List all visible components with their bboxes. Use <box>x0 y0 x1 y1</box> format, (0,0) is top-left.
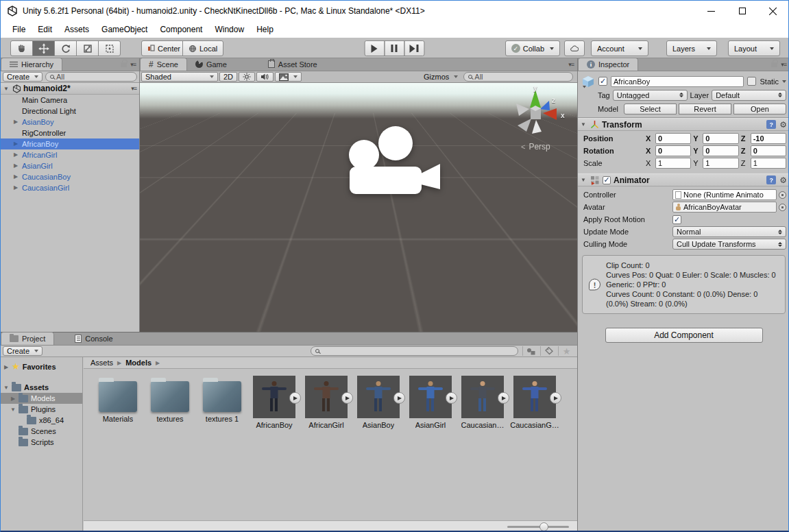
panel-menu-icon[interactable]: ▾≡ <box>568 61 574 68</box>
menu-help[interactable]: Help <box>250 21 280 38</box>
tree-favorites[interactable]: ▶★Favorites <box>1 361 82 372</box>
gameobject-name-field[interactable]: AfricanBoy <box>611 76 744 87</box>
minimize-button[interactable] <box>696 1 727 21</box>
space-local-button[interactable]: Local <box>182 40 223 56</box>
foldout-icon[interactable]: ▶ <box>3 364 9 370</box>
menu-gameobject[interactable]: GameObject <box>95 21 154 38</box>
culling-mode-dropdown[interactable]: Cull Update Transforms <box>672 239 786 250</box>
foldout-expanded-icon[interactable]: ▼ <box>10 407 16 413</box>
model-open-button[interactable]: Open <box>733 104 786 114</box>
rotation-y-field[interactable]: 0 <box>703 145 738 156</box>
foldout-icon[interactable]: ▶ <box>14 141 18 147</box>
hierarchy-item-africanboy[interactable]: ▶AfricanBoy <box>1 138 139 149</box>
asset-textures-1[interactable]: textures 1 <box>196 376 248 423</box>
add-component-button[interactable]: Add Component <box>605 328 763 343</box>
collab-dropdown[interactable]: ✓ Collab <box>505 40 560 56</box>
apply-root-motion-checkbox[interactable]: ✓ <box>672 215 681 224</box>
rect-tool-button[interactable] <box>98 40 121 56</box>
effects-toggle-button[interactable] <box>275 72 302 82</box>
expand-play-icon[interactable] <box>498 392 509 404</box>
expand-play-icon[interactable] <box>446 392 457 404</box>
hierarchy-item-rigcontroller[interactable]: RigController <box>1 128 139 138</box>
scale-y-field[interactable]: 1 <box>703 158 738 169</box>
console-tab[interactable]: Console <box>66 332 121 345</box>
foldout-expanded-icon[interactable]: ▼ <box>581 177 587 183</box>
lock-icon[interactable] <box>121 62 127 67</box>
expand-play-icon[interactable] <box>289 392 301 404</box>
search-by-label-button[interactable] <box>540 346 557 356</box>
gameobject-cube-icon[interactable] <box>581 75 595 88</box>
asset-caucasiangirl[interactable]: CaucasianG… <box>509 376 561 429</box>
layers-dropdown[interactable]: Layers <box>666 40 717 56</box>
expand-play-icon[interactable] <box>341 392 353 404</box>
pivot-center-button[interactable]: Center <box>141 40 186 56</box>
step-button[interactable] <box>404 40 424 56</box>
rotation-z-field[interactable]: 0 <box>751 145 786 156</box>
scale-x-field[interactable]: 1 <box>655 158 691 169</box>
expand-play-icon[interactable] <box>550 392 561 404</box>
scale-tool-button[interactable] <box>76 40 99 56</box>
controller-object-field[interactable]: None (Runtime Animato <box>672 189 777 200</box>
foldout-icon[interactable]: ▶ <box>10 396 16 402</box>
rotation-x-field[interactable]: 0 <box>655 145 691 156</box>
asset-africangirl[interactable]: AfricanGirl <box>300 376 352 429</box>
model-revert-button[interactable]: Revert <box>679 104 731 114</box>
maximize-button[interactable] <box>727 1 757 21</box>
hierarchy-item-caucasianboy[interactable]: ▶CaucasianBoy <box>1 171 139 182</box>
camera-gizmo[interactable] <box>344 124 447 196</box>
expand-play-icon[interactable] <box>393 392 405 404</box>
cloud-button[interactable] <box>564 40 585 56</box>
tree-scenes[interactable]: Scenes <box>1 426 82 437</box>
gizmos-dropdown[interactable]: Gizmos <box>420 72 462 82</box>
asset-africanboy[interactable]: AfricanBoy <box>248 376 300 429</box>
account-dropdown[interactable]: Account <box>591 40 648 56</box>
help-icon[interactable]: ? <box>766 120 776 129</box>
asset-materials[interactable]: Materials <box>92 376 144 423</box>
search-by-type-button[interactable] <box>522 346 539 356</box>
layout-dropdown[interactable]: Layout <box>728 40 780 56</box>
breadcrumb-models[interactable]: Models <box>125 359 151 367</box>
menu-window[interactable]: Window <box>208 21 250 38</box>
foldout-expanded-icon[interactable]: ▼ <box>581 121 587 128</box>
slider-knob[interactable] <box>539 522 548 531</box>
menu-component[interactable]: Component <box>154 21 208 38</box>
foldout-icon[interactable]: ▶ <box>14 152 18 158</box>
scene-viewport[interactable]: y z x <Persp <box>140 83 577 332</box>
model-select-button[interactable]: Select <box>624 104 677 114</box>
foldout-icon[interactable]: ▶ <box>14 184 18 191</box>
inspector-tab[interactable]: iInspector <box>578 58 638 71</box>
project-create-dropdown[interactable]: Create <box>3 346 43 356</box>
hand-tool-button[interactable] <box>10 40 33 56</box>
perspective-toggle[interactable]: <Persp <box>521 142 550 152</box>
animator-enabled-checkbox[interactable]: ✓ <box>603 176 611 184</box>
panel-menu-icon[interactable]: ▾≡ <box>781 61 786 68</box>
thumbnail-zoom-slider[interactable] <box>507 526 569 528</box>
update-mode-dropdown[interactable]: Normal <box>672 226 786 237</box>
menu-assets[interactable]: Assets <box>58 21 95 38</box>
layer-dropdown[interactable]: Default <box>712 90 786 101</box>
object-picker-icon[interactable] <box>779 191 786 199</box>
foldout-icon[interactable]: ▶ <box>14 162 18 169</box>
tree-models[interactable]: ▶Models <box>1 393 82 404</box>
hierarchy-item-africangirl[interactable]: ▶AfricanGirl <box>1 149 139 160</box>
tag-dropdown[interactable]: Untagged <box>613 90 688 101</box>
play-button[interactable] <box>364 40 385 56</box>
scene-header-row[interactable]: ▼ humanoid2* ▾≡ <box>1 83 139 95</box>
hierarchy-item-main-camera[interactable]: Main Camera <box>1 95 139 106</box>
asset-store-tab[interactable]: Asset Store <box>260 58 326 71</box>
object-picker-icon[interactable] <box>779 204 786 211</box>
gear-icon[interactable]: ⚙ <box>779 176 787 185</box>
asset-textures[interactable]: textures <box>144 376 196 423</box>
move-tool-button[interactable] <box>32 40 55 56</box>
asset-asiangirl[interactable]: AsianGirl <box>404 376 457 429</box>
transform-component-header[interactable]: ▼ Transform ?⚙ <box>578 118 789 131</box>
position-z-field[interactable]: -10 <box>751 133 786 144</box>
project-search-input[interactable] <box>311 346 518 356</box>
breadcrumb-assets[interactable]: Assets <box>90 359 113 367</box>
static-dropdown-icon[interactable] <box>782 80 786 83</box>
hierarchy-item-caucasiangirl[interactable]: ▶CaucasianGirl <box>1 182 139 193</box>
favorite-search-button[interactable]: ★ <box>558 346 574 356</box>
avatar-object-field[interactable]: AfricanBoyAvatar <box>672 202 777 213</box>
hierarchy-item-directional-light[interactable]: Directional Light <box>1 106 139 117</box>
asset-caucasianboy[interactable]: Caucasian… <box>457 376 509 429</box>
